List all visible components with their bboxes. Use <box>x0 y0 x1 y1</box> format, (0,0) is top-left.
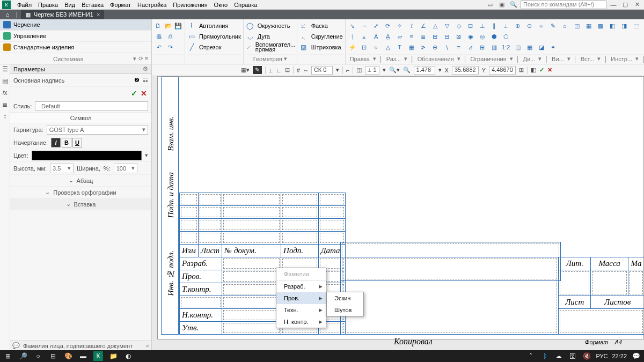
menu-settings[interactable]: Настройка <box>134 1 170 9</box>
tool-icon[interactable]: ▩ <box>596 21 605 31</box>
open-icon[interactable]: 📂 <box>164 21 173 31</box>
tool-icon[interactable]: ⤢ <box>371 21 381 31</box>
bold-button[interactable]: B <box>62 138 71 147</box>
tool-icon[interactable]: ⬡ <box>501 32 511 41</box>
menu-help[interactable]: Справка <box>231 1 260 9</box>
new-icon[interactable]: 🗋 <box>154 21 163 31</box>
arc-icon[interactable]: ◡ <box>246 32 254 41</box>
tool-icon[interactable]: ◇ <box>454 21 464 31</box>
tb-app2-icon[interactable]: ▬ <box>78 351 88 361</box>
menu-file[interactable]: Файл <box>14 1 35 9</box>
mode-footer[interactable]: Системная <box>53 56 83 62</box>
tool-icon[interactable]: Ạ <box>383 32 393 41</box>
menu-view[interactable]: Вид <box>61 1 78 9</box>
home-tab[interactable]: ⌂ <box>2 11 13 18</box>
tool-icon[interactable]: ◫ <box>572 21 582 31</box>
maximize-icon[interactable]: ▢ <box>620 1 630 9</box>
tool-icon[interactable]: ⟁ <box>360 32 369 41</box>
tool-icon[interactable]: T <box>395 42 405 52</box>
chamfer-icon[interactable]: ⟀ <box>299 21 308 30</box>
tool-icon[interactable]: ◎ <box>478 32 487 41</box>
tool-icon[interactable]: ⊟ <box>442 32 452 41</box>
tool-icon[interactable]: ⬚ <box>631 21 641 31</box>
grp-desig[interactable]: Обозначения <box>418 56 454 62</box>
print-icon[interactable]: 🖶 <box>154 32 164 41</box>
rect-icon[interactable]: ▭ <box>187 32 196 41</box>
tb-app3-icon[interactable]: ◐ <box>123 351 133 361</box>
tool-icon[interactable]: ◧ <box>608 21 617 31</box>
x-coord[interactable]: 35.6882 <box>452 66 479 75</box>
ctx-ok-icon[interactable]: ✓ <box>539 67 544 73</box>
scale-icon[interactable]: ◫ <box>356 67 362 73</box>
autoline-icon[interactable]: ⌇ <box>187 21 196 30</box>
coord-system[interactable]: СК 0 <box>311 66 333 75</box>
zoom-input[interactable]: 1.478 <box>414 66 435 75</box>
tool-icon[interactable]: ✎ <box>548 21 558 31</box>
auxline-button[interactable]: Вспомогател...прямая <box>255 42 296 52</box>
hatch-icon[interactable]: ▨ <box>299 43 308 51</box>
tool-icon[interactable]: ⟂ <box>501 21 511 31</box>
submenu-shutov[interactable]: Шутов <box>327 304 363 316</box>
grp-edit[interactable]: Правка <box>350 56 370 62</box>
auxline-icon[interactable]: ⟋ <box>246 43 252 51</box>
line-button[interactable]: Отрезок <box>199 44 221 50</box>
tray-wifi-icon[interactable]: ⚿ <box>568 351 577 361</box>
tool-icon[interactable]: ≣ <box>419 32 428 41</box>
close-icon[interactable]: ✕ <box>632 1 642 9</box>
tray-notif-icon[interactable]: 💬 <box>631 351 641 361</box>
graph-icon[interactable]: ▦▾ <box>241 67 250 73</box>
rec-icon[interactable]: ◧ <box>531 67 536 73</box>
redo-icon[interactable]: ↷ <box>165 42 175 52</box>
tool-icon[interactable]: △ <box>383 42 393 52</box>
tray-up-icon[interactable]: ˄ <box>526 351 536 361</box>
mode-manage[interactable]: Управление <box>0 31 151 42</box>
arc-button[interactable]: Дуга <box>258 33 270 40</box>
tool-icon[interactable]: ⌕ <box>560 21 570 31</box>
tool-icon[interactable]: ◫ <box>513 42 523 52</box>
tool-icon[interactable]: ⊖ <box>525 21 535 31</box>
menu-item-nkontr[interactable]: Н. контр.▶ <box>276 316 326 328</box>
tool-icon[interactable]: ⊕ <box>513 21 523 31</box>
menu-insert[interactable]: Вставка <box>78 1 107 9</box>
tray-time[interactable]: 22:22 <box>612 353 627 359</box>
fillet-button[interactable]: Скругление <box>311 33 343 40</box>
menu-item-razrab[interactable]: Разраб.▶ <box>276 280 326 292</box>
font-select[interactable]: GOST type A▾ <box>47 125 148 135</box>
help-icon[interactable]: ❷ <box>134 77 140 84</box>
tool-icon[interactable]: ⟟ <box>407 21 416 31</box>
menu-window[interactable]: Окно <box>211 1 231 9</box>
ortho-icon[interactable]: ⌐ <box>346 67 349 73</box>
expand-paragraph[interactable]: ⌄Абзац <box>10 175 151 187</box>
tool-icon[interactable]: ▦ <box>584 21 594 31</box>
submenu-eskin[interactable]: Эскин <box>327 292 363 304</box>
snap3-icon[interactable]: ⊡ <box>285 67 290 73</box>
tool-icon[interactable]: ⊿ <box>466 42 475 52</box>
y-coord[interactable]: 4.48670 <box>489 66 516 75</box>
grp-di[interactable]: Ди... <box>523 56 535 62</box>
tool-icon[interactable]: ⊞ <box>430 32 440 41</box>
tool-icon[interactable]: ✧ <box>395 21 405 31</box>
rail-list-icon[interactable]: ≣ <box>2 100 8 109</box>
menu-format[interactable]: Формат <box>107 1 134 9</box>
tool-icon[interactable]: ⟐ <box>537 21 546 31</box>
tool-icon[interactable]: ▦ <box>407 42 416 52</box>
doc-tab[interactable]: ▦ Чертеж БЕЗ ИМЕНИ1 × <box>21 10 104 19</box>
grp-vst[interactable]: Вст... <box>581 56 595 62</box>
tool-icon[interactable]: A <box>371 32 381 41</box>
tool-icon[interactable]: ≯ <box>419 42 428 52</box>
rail-rev-icon[interactable]: ↕ <box>3 112 6 121</box>
line-icon[interactable]: ╱ <box>187 43 196 51</box>
gear-icon[interactable]: ⚙ <box>143 65 148 72</box>
app-icon[interactable]: К <box>2 1 11 9</box>
fillet-icon[interactable]: ◟ <box>299 32 308 41</box>
layout-icon[interactable]: ▭ <box>485 1 495 9</box>
tool-icon[interactable]: ∠ <box>419 21 428 31</box>
apply-icon[interactable]: ✓ <box>131 89 137 98</box>
tray-bt-icon[interactable]: ᛒ <box>540 351 550 361</box>
menu-item-tehn[interactable]: Техн.▶ <box>276 304 326 316</box>
grp-dim[interactable]: Раз... <box>386 56 401 62</box>
tb-cortana-icon[interactable]: ○ <box>33 351 43 361</box>
tool-icon[interactable]: ⟊ <box>348 32 357 41</box>
tb-search-icon[interactable]: 🔎 <box>18 351 28 361</box>
grp-constr[interactable]: Ограничения <box>471 56 507 62</box>
